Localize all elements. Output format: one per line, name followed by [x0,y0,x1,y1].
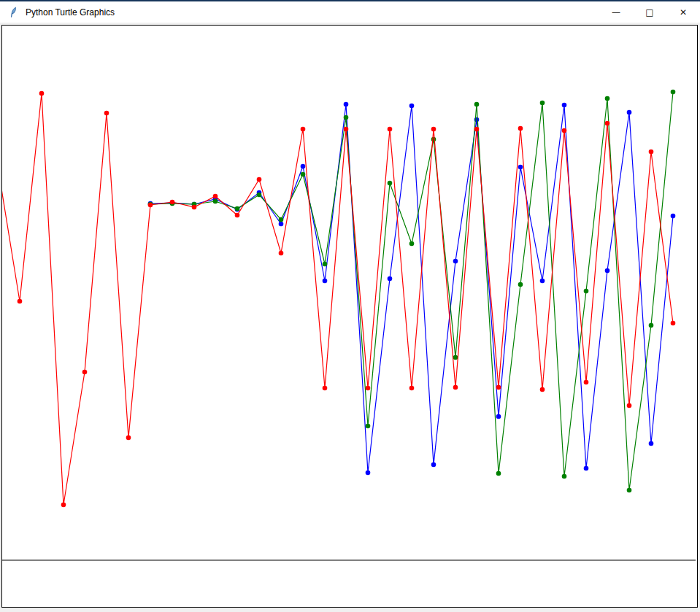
blue-data-point-marker [496,414,501,419]
blue-data-point-marker [627,110,632,115]
red-data-point-marker [344,127,349,132]
green-data-point-marker [366,424,371,429]
red-data-point-marker [409,386,415,391]
red-data-point-marker [671,321,676,326]
green-data-point-marker [323,262,328,267]
red-data-point-marker [301,127,306,132]
red-data-point-marker [584,380,589,385]
green-data-point-marker [213,199,218,204]
red-data-point-marker [431,127,436,132]
blue-data-point-marker [279,222,284,227]
blue-data-point-marker [584,466,589,471]
green-data-point-marker [279,217,284,222]
green-series-line [150,92,673,490]
red-data-point-marker [235,213,240,218]
red-data-point-marker [540,387,545,392]
green-data-point-marker [409,241,415,247]
blue-data-point-marker [453,259,458,264]
green-data-point-marker [605,96,610,101]
blue-data-point-marker [301,164,306,169]
red-data-point-marker [627,403,632,408]
red-data-point-marker [279,251,284,256]
red-data-point-marker [213,194,218,199]
red-data-point-marker [496,385,501,390]
titlebar: Python Turtle Graphics — □ ✕ [0,1,700,23]
blue-data-point-marker [671,214,676,219]
green-data-point-marker [671,90,676,95]
blue-data-point-marker [323,279,328,284]
blue-data-point-marker [409,104,415,109]
green-data-point-marker [453,355,458,360]
green-data-point-marker [627,488,632,493]
blue-data-point-marker [366,470,371,476]
green-data-point-marker [235,206,240,212]
red-data-point-marker [562,128,567,133]
red-data-point-marker [518,126,523,131]
minimize-button[interactable]: — [599,1,633,23]
green-data-point-marker [649,323,654,328]
red-data-point-marker [388,127,393,132]
close-button[interactable]: ✕ [666,1,700,23]
green-data-point-marker [562,474,567,479]
blue-data-point-marker [562,103,567,108]
green-data-point-marker [540,101,545,106]
green-data-point-marker [388,181,393,186]
red-data-point-marker [192,205,197,210]
green-data-point-marker [496,471,501,476]
red-data-point-marker [453,385,458,390]
red-data-point-marker [605,121,610,126]
red-data-point-marker [61,503,66,508]
red-data-point-marker [257,177,262,182]
blue-data-point-marker [518,165,523,170]
blue-data-point-marker [649,441,654,446]
blue-data-point-marker [605,268,610,274]
maximize-button[interactable]: □ [633,1,666,23]
turtle-graphics-window: { "window": { "title": "Python Turtle Gr… [0,0,700,612]
green-data-point-marker [474,102,480,107]
green-data-point-marker [344,115,349,120]
blue-data-point-marker [388,276,393,282]
green-data-point-marker [301,172,306,177]
green-data-point-marker [518,282,523,287]
tk-feather-icon [8,7,20,18]
red-data-point-marker [323,386,328,391]
turtle-canvas-svg [2,26,697,607]
green-data-point-marker [584,289,589,294]
red-data-point-marker [18,299,23,304]
red-data-point-marker [649,150,654,155]
red-data-point-marker [126,435,131,441]
red-series-line [2,93,673,505]
red-data-point-marker [148,203,153,208]
red-data-point-marker [366,386,371,391]
turtle-canvas[interactable] [1,25,698,608]
red-data-point-marker [104,111,109,116]
window-title: Python Turtle Graphics [26,7,115,18]
blue-data-point-marker [431,462,436,468]
titlebar-buttons: — □ ✕ [599,1,700,23]
green-data-point-marker [431,137,436,142]
red-data-point-marker [82,370,88,375]
blue-data-point-marker [344,102,349,107]
blue-data-point-marker [540,279,545,284]
blue-series-line [150,104,673,473]
red-data-point-marker [39,91,45,96]
red-data-point-marker [474,127,480,132]
red-data-point-marker [170,200,175,205]
green-data-point-marker [257,193,262,198]
